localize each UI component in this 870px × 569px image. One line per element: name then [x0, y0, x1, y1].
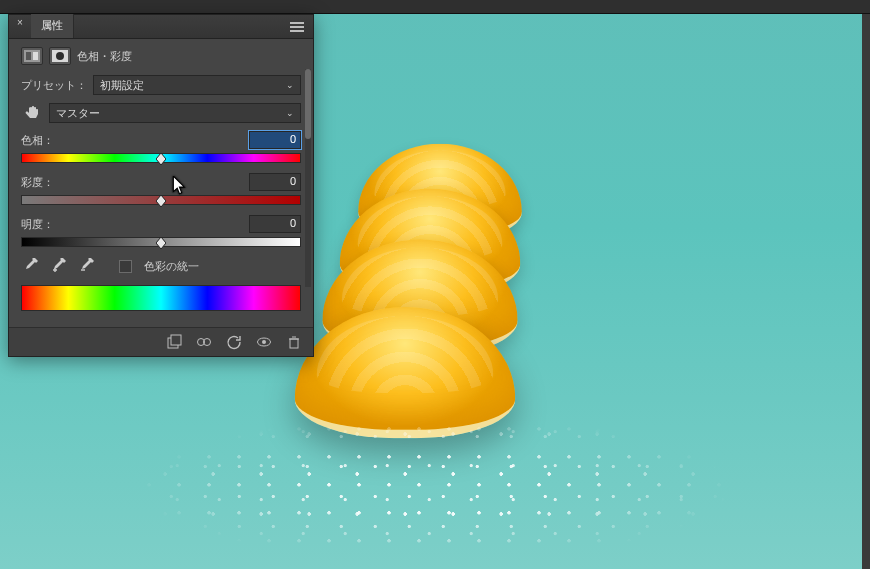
panel-menu-icon[interactable]: [287, 15, 307, 38]
image-content: [300, 130, 560, 510]
svg-marker-5: [156, 153, 166, 165]
clip-to-layer-icon[interactable]: [165, 334, 183, 350]
svg-rect-9: [171, 335, 181, 345]
saturation-slider-thumb[interactable]: [156, 195, 166, 207]
colorize-checkbox[interactable]: [119, 260, 132, 273]
svg-point-13: [262, 340, 266, 344]
preset-value: 初期設定: [100, 78, 144, 93]
colorize-label: 色彩の統一: [144, 259, 199, 274]
view-previous-icon[interactable]: [195, 334, 213, 350]
svg-marker-6: [156, 195, 166, 207]
panel-footer: [9, 327, 313, 356]
hue-slider[interactable]: [21, 153, 301, 163]
saturation-slider[interactable]: [21, 195, 301, 205]
adjustment-icon: [21, 47, 43, 65]
properties-panel: × 属性 色相・彩度 プリセット： 初期設定 ⌄ マスター: [8, 14, 314, 357]
panel-dock: [862, 14, 870, 569]
panel-tab-properties[interactable]: 属性: [31, 14, 74, 38]
svg-rect-2: [33, 52, 38, 60]
chevron-down-icon: ⌄: [286, 108, 294, 118]
lightness-label: 明度：: [21, 217, 54, 232]
targeted-adjustment-icon[interactable]: [21, 103, 43, 123]
svg-marker-7: [156, 237, 166, 249]
color-range-bars[interactable]: [21, 285, 301, 311]
lightness-value-input[interactable]: 0: [249, 215, 301, 233]
mask-icon: [49, 47, 71, 65]
preset-select[interactable]: 初期設定 ⌄: [93, 75, 301, 95]
svg-rect-14: [290, 339, 298, 348]
eyedropper-subtract-icon[interactable]: [77, 257, 97, 275]
hue-value-input[interactable]: 0: [249, 131, 301, 149]
panel-scrollbar[interactable]: [305, 69, 311, 287]
reset-icon[interactable]: [225, 334, 243, 350]
saturation-label: 彩度：: [21, 175, 54, 190]
preset-label: プリセット：: [21, 78, 87, 93]
svg-point-4: [56, 52, 64, 60]
hue-slider-thumb[interactable]: [156, 153, 166, 165]
lightness-slider-thumb[interactable]: [156, 237, 166, 249]
visibility-icon[interactable]: [255, 334, 273, 350]
trash-icon[interactable]: [285, 334, 303, 350]
eyedropper-add-icon[interactable]: [49, 257, 69, 275]
panel-titlebar[interactable]: × 属性: [9, 15, 313, 39]
svg-rect-1: [26, 52, 31, 60]
close-icon[interactable]: ×: [9, 15, 31, 38]
adjustment-type-label: 色相・彩度: [77, 49, 132, 64]
eyedropper-icon[interactable]: [21, 257, 41, 275]
channel-value: マスター: [56, 106, 100, 121]
hue-label: 色相：: [21, 133, 54, 148]
scrollbar-thumb[interactable]: [305, 69, 311, 139]
lightness-slider[interactable]: [21, 237, 301, 247]
saturation-value-input[interactable]: 0: [249, 173, 301, 191]
app-topbar: [0, 0, 870, 14]
chevron-down-icon: ⌄: [286, 80, 294, 90]
channel-select[interactable]: マスター ⌄: [49, 103, 301, 123]
